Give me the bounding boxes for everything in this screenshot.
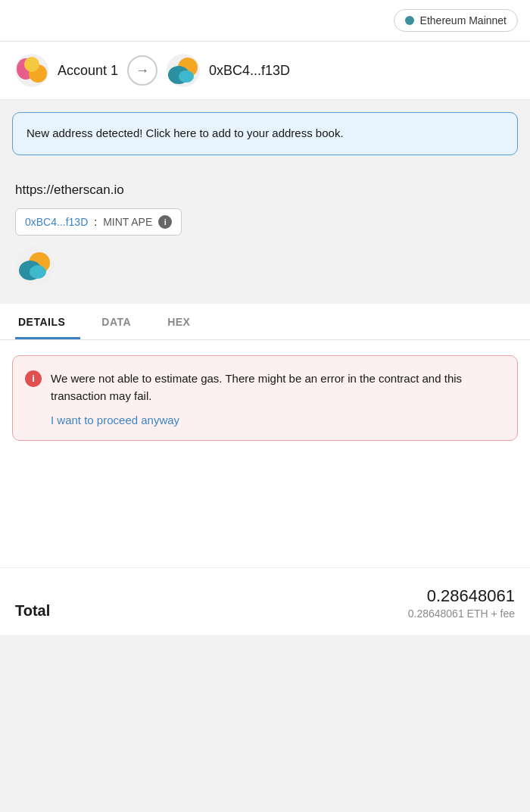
total-section: Total 0.28648061 0.28648061 ETH + fee xyxy=(0,567,530,635)
account-avatar-svg xyxy=(15,54,48,87)
network-badge[interactable]: Ethereum Mainnet xyxy=(394,9,518,32)
warning-box: i We were not able to estimate gas. Ther… xyxy=(12,355,518,442)
total-sub: 0.28648061 ETH + fee xyxy=(408,607,515,620)
proceed-link[interactable]: I want to proceed anyway xyxy=(25,414,505,426)
dest-avatar xyxy=(167,54,200,87)
top-bar: Ethereum Mainnet xyxy=(0,0,530,42)
site-logo-svg xyxy=(15,246,55,286)
alert-text: New address detected! Click here to add … xyxy=(26,126,344,139)
arrow-circle: → xyxy=(127,55,157,86)
colon-separator: : xyxy=(94,216,97,228)
site-url: https://etherscan.io xyxy=(15,183,515,198)
tab-data[interactable]: DATA xyxy=(98,304,146,339)
warning-icon: i xyxy=(25,370,42,387)
tab-details[interactable]: DETAILS xyxy=(15,304,80,339)
svg-point-7 xyxy=(179,70,194,83)
warning-text: We were not able to estimate gas. There … xyxy=(51,370,505,405)
total-label: Total xyxy=(15,602,50,620)
account-name: Account 1 xyxy=(58,63,118,79)
network-name: Ethereum Mainnet xyxy=(420,14,507,27)
tab-hex[interactable]: HEX xyxy=(164,304,205,339)
warning-top: i We were not able to estimate gas. Ther… xyxy=(25,370,505,405)
tabs-bar: DETAILS DATA HEX xyxy=(0,304,530,340)
contract-name: MINT APE xyxy=(103,216,152,228)
total-value-group: 0.28648061 0.28648061 ETH + fee xyxy=(408,586,515,620)
svg-point-3 xyxy=(24,57,39,72)
site-logo xyxy=(15,246,55,286)
total-row: Total 0.28648061 0.28648061 ETH + fee xyxy=(15,586,515,620)
dest-avatar-svg xyxy=(167,54,200,87)
account-avatar xyxy=(15,54,48,87)
dest-address: 0xBC4...f13D xyxy=(209,63,290,79)
contract-info-icon[interactable]: i xyxy=(158,215,172,229)
contract-address: 0xBC4...f13D xyxy=(25,216,88,228)
contract-badge[interactable]: 0xBC4...f13D : MINT APE i xyxy=(15,208,182,236)
account-row: Account 1 → 0xBC4...f13D xyxy=(0,42,530,100)
svg-point-11 xyxy=(30,265,46,279)
arrow-icon: → xyxy=(136,63,149,79)
total-value: 0.28648061 xyxy=(408,586,515,606)
network-dot xyxy=(405,16,414,25)
main-content: i We were not able to estimate gas. Ther… xyxy=(0,340,530,567)
alert-banner[interactable]: New address detected! Click here to add … xyxy=(12,112,518,155)
site-section: https://etherscan.io 0xBC4...f13D : MINT… xyxy=(0,167,530,298)
